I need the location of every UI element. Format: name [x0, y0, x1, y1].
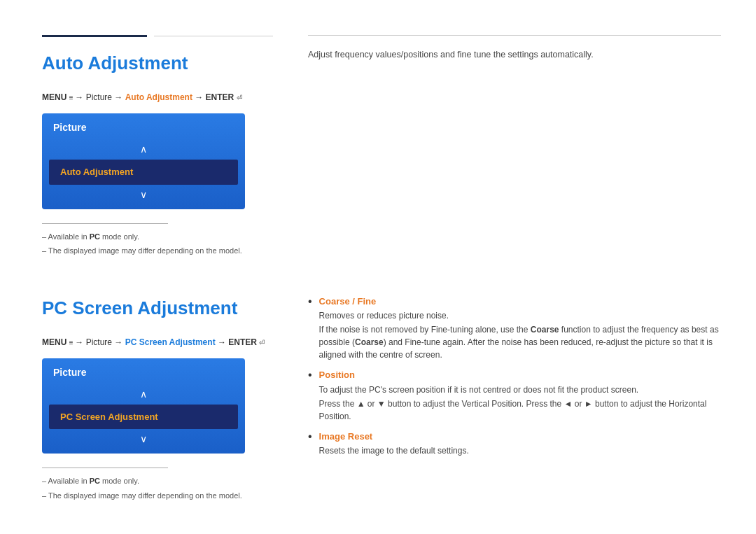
pc-screen-picture-box: Picture ∧ PC Screen Adjustment ∨ [42, 358, 245, 454]
position-text1: To adjust the PC's screen position if it… [319, 384, 721, 396]
pc-screen-adjustment-right: • Coarse / Fine Removes or reduces pictu… [294, 274, 756, 519]
note-2: – The displayed image may differ dependi… [42, 245, 273, 257]
bullet-image-reset-content: Image Reset Resets the image to the defa… [319, 430, 721, 458]
picture-label-2: Picture [86, 337, 112, 347]
arrow2: → [114, 92, 125, 102]
pc-note-1: – Available in PC mode only. [42, 475, 273, 487]
right-top-line [308, 35, 721, 36]
auto-adjustment-path-highlight: Auto Adjustment [125, 92, 192, 102]
chevron-down-icon: ∨ [42, 185, 245, 209]
bullet-position: • Position To adjust the PC's screen pos… [308, 368, 721, 423]
enter-label: ENTER [206, 92, 234, 102]
pc-picture-box-header: Picture [42, 358, 245, 384]
pc-bold: PC [90, 232, 100, 241]
image-reset-text: Resets the image to the default settings… [319, 444, 721, 457]
image-reset-title: Image Reset [319, 430, 721, 444]
top-line-decoration [42, 35, 273, 37]
page-container: Auto Adjustment MENU ≡ → Picture → Auto … [0, 0, 756, 518]
arrow3-2: → [218, 337, 228, 347]
bullet-section: • Coarse / Fine Removes or reduces pictu… [308, 295, 721, 458]
pc-chevron-down-icon: ∨ [42, 429, 245, 454]
picture-label: Picture [86, 92, 112, 102]
arrow3: → [195, 92, 205, 102]
menu-label-2: MENU [42, 337, 66, 347]
enter-icon: ⏎ [237, 94, 242, 101]
bullet-dot-3: • [308, 428, 312, 445]
bullet-coarse-fine-content: Coarse / Fine Removes or reduces picture… [319, 295, 721, 362]
coarse-fine-text2: If the noise is not removed by Fine-tuni… [319, 323, 721, 361]
coarse-fine-text1: Removes or reduces picture noise. [319, 309, 721, 322]
note-1: – Available in PC mode only. [42, 231, 273, 243]
bullet-dot-1: • [308, 293, 312, 310]
pc-screen-adjustment-section: PC Screen Adjustment MENU ≡ → Picture → … [0, 274, 756, 519]
bullet-image-reset: • Image Reset Resets the image to the de… [308, 430, 721, 458]
auto-adjustment-picture-box: Picture ∧ Auto Adjustment ∨ [42, 113, 245, 209]
coarse-fine-title: Coarse / Fine [319, 295, 721, 309]
bullet-position-content: Position To adjust the PC's screen posit… [319, 368, 721, 423]
pc-note-2: – The displayed image may differ dependi… [42, 490, 273, 502]
auto-adjustment-menu-path: MENU ≡ → Picture → Auto Adjustment → ENT… [42, 91, 273, 104]
bullet-coarse-fine: • Coarse / Fine Removes or reduces pictu… [308, 295, 721, 362]
pc-bold-2: PC [90, 477, 100, 485]
divider-line [42, 223, 168, 224]
pc-screen-adjustment-title: PC Screen Adjustment [42, 295, 273, 322]
picture-box-header: Picture [42, 113, 245, 139]
right-top-line-light [308, 35, 721, 36]
top-line-light [154, 36, 273, 36]
arrow1-2: → [75, 337, 85, 347]
arrow2-2: → [114, 337, 125, 347]
pc-chevron-up-icon: ∧ [42, 384, 245, 405]
auto-adjustment-left: Auto Adjustment MENU ≡ → Picture → Auto … [0, 0, 294, 274]
auto-adjustment-right: Adjust frequency values/positions and fi… [294, 0, 756, 274]
auto-adjustment-description: Adjust frequency values/positions and fi… [308, 48, 721, 62]
auto-adjustment-section: Auto Adjustment MENU ≡ → Picture → Auto … [0, 0, 756, 274]
bullet-dot-2: • [308, 367, 312, 384]
enter-icon-2: ⏎ [259, 339, 265, 346]
position-title: Position [319, 368, 721, 382]
menu-label: MENU [42, 92, 66, 102]
position-text2: Press the ▲ or ▼ button to adjust the Ve… [319, 398, 721, 423]
enter-label-2: ENTER [228, 337, 257, 347]
chevron-up-icon: ∧ [42, 139, 245, 160]
auto-adjustment-title: Auto Adjustment [42, 50, 273, 77]
arrow1: → [75, 92, 85, 102]
coarse-bold: Coarse [531, 325, 559, 335]
pc-screen-path-highlight: PC Screen Adjustment [125, 337, 216, 347]
pc-screen-selected-item: PC Screen Adjustment [49, 405, 238, 430]
pc-divider-line [42, 468, 168, 468]
top-line-dark [42, 35, 147, 37]
auto-adjustment-selected-item: Auto Adjustment [49, 160, 238, 185]
coarse-bold-2: Coarse [355, 337, 384, 347]
pc-screen-adjustment-menu-path: MENU ≡ → Picture → PC Screen Adjustment … [42, 336, 273, 349]
pc-screen-adjustment-left: PC Screen Adjustment MENU ≡ → Picture → … [0, 274, 294, 519]
